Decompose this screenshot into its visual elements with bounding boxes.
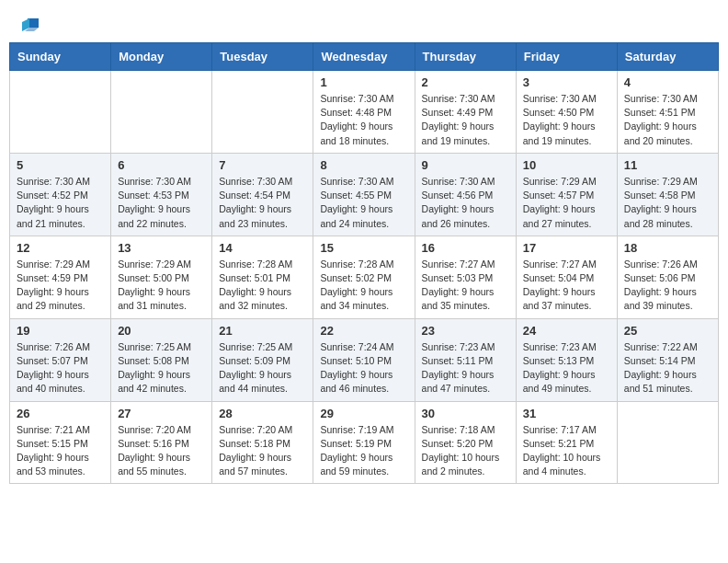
day-cell: [10, 71, 111, 154]
day-cell: 23Sunrise: 7:23 AM Sunset: 5:11 PM Dayli…: [415, 318, 516, 401]
day-info: Sunrise: 7:30 AM Sunset: 4:56 PM Dayligh…: [422, 175, 509, 231]
day-info: Sunrise: 7:25 AM Sunset: 5:09 PM Dayligh…: [219, 340, 306, 396]
day-info: Sunrise: 7:22 AM Sunset: 5:14 PM Dayligh…: [624, 340, 711, 396]
day-number: 20: [118, 324, 205, 338]
day-info: Sunrise: 7:30 AM Sunset: 4:55 PM Dayligh…: [320, 175, 407, 231]
day-number: 11: [624, 158, 711, 172]
day-info: Sunrise: 7:21 AM Sunset: 5:15 PM Dayligh…: [17, 423, 104, 479]
day-cell: 31Sunrise: 7:17 AM Sunset: 5:21 PM Dayli…: [516, 401, 617, 484]
page: SundayMondayTuesdayWednesdayThursdayFrid…: [0, 0, 728, 493]
day-cell: 2Sunrise: 7:30 AM Sunset: 4:49 PM Daylig…: [415, 71, 516, 154]
calendar-wrap: SundayMondayTuesdayWednesdayThursdayFrid…: [0, 42, 728, 493]
day-number: 27: [118, 407, 205, 420]
day-info: Sunrise: 7:30 AM Sunset: 4:48 PM Dayligh…: [320, 92, 407, 148]
day-cell: 30Sunrise: 7:18 AM Sunset: 5:20 PM Dayli…: [415, 401, 516, 484]
day-number: 7: [219, 158, 306, 172]
day-cell: 29Sunrise: 7:19 AM Sunset: 5:19 PM Dayli…: [313, 401, 415, 484]
day-number: 6: [118, 158, 205, 172]
day-cell: 7Sunrise: 7:30 AM Sunset: 4:54 PM Daylig…: [212, 153, 313, 236]
day-header-saturday: Saturday: [617, 43, 718, 71]
day-info: Sunrise: 7:30 AM Sunset: 4:52 PM Dayligh…: [17, 175, 104, 231]
day-header-tuesday: Tuesday: [212, 43, 313, 71]
day-info: Sunrise: 7:20 AM Sunset: 5:18 PM Dayligh…: [219, 423, 306, 479]
day-info: Sunrise: 7:26 AM Sunset: 5:07 PM Dayligh…: [17, 340, 104, 396]
day-cell: 24Sunrise: 7:23 AM Sunset: 5:13 PM Dayli…: [516, 318, 617, 401]
day-info: Sunrise: 7:29 AM Sunset: 4:59 PM Dayligh…: [17, 258, 104, 314]
day-number: 31: [523, 407, 610, 420]
day-cell: 11Sunrise: 7:29 AM Sunset: 4:58 PM Dayli…: [617, 153, 718, 236]
day-info: Sunrise: 7:30 AM Sunset: 4:54 PM Dayligh…: [219, 175, 306, 231]
day-info: Sunrise: 7:20 AM Sunset: 5:16 PM Dayligh…: [118, 423, 205, 479]
day-cell: [617, 401, 718, 484]
day-cell: 28Sunrise: 7:20 AM Sunset: 5:18 PM Dayli…: [212, 401, 313, 484]
day-number: 22: [320, 324, 407, 338]
day-info: Sunrise: 7:30 AM Sunset: 4:53 PM Dayligh…: [118, 175, 205, 231]
week-row-3: 12Sunrise: 7:29 AM Sunset: 4:59 PM Dayli…: [10, 236, 719, 318]
day-number: 16: [422, 241, 509, 255]
day-cell: 20Sunrise: 7:25 AM Sunset: 5:08 PM Dayli…: [111, 318, 212, 401]
calendar-table: SundayMondayTuesdayWednesdayThursdayFrid…: [9, 42, 719, 484]
day-info: Sunrise: 7:28 AM Sunset: 5:01 PM Dayligh…: [219, 258, 306, 314]
day-number: 28: [219, 407, 306, 420]
day-cell: 12Sunrise: 7:29 AM Sunset: 4:59 PM Dayli…: [10, 236, 111, 318]
day-number: 13: [118, 241, 205, 255]
day-cell: 5Sunrise: 7:30 AM Sunset: 4:52 PM Daylig…: [10, 153, 111, 236]
day-cell: 3Sunrise: 7:30 AM Sunset: 4:50 PM Daylig…: [516, 71, 617, 154]
day-info: Sunrise: 7:30 AM Sunset: 4:50 PM Dayligh…: [523, 92, 610, 148]
day-cell: 26Sunrise: 7:21 AM Sunset: 5:15 PM Dayli…: [10, 401, 111, 484]
day-number: 2: [422, 75, 509, 89]
day-info: Sunrise: 7:30 AM Sunset: 4:49 PM Dayligh…: [422, 92, 509, 148]
day-number: 24: [523, 324, 610, 338]
day-number: 12: [17, 241, 104, 255]
day-cell: 4Sunrise: 7:30 AM Sunset: 4:51 PM Daylig…: [617, 71, 718, 154]
day-cell: 10Sunrise: 7:29 AM Sunset: 4:57 PM Dayli…: [516, 153, 617, 236]
day-number: 9: [422, 158, 509, 172]
day-number: 26: [17, 407, 104, 420]
day-info: Sunrise: 7:28 AM Sunset: 5:02 PM Dayligh…: [320, 258, 407, 314]
day-info: Sunrise: 7:19 AM Sunset: 5:19 PM Dayligh…: [320, 423, 407, 479]
day-info: Sunrise: 7:26 AM Sunset: 5:06 PM Dayligh…: [624, 258, 711, 314]
day-number: 18: [624, 241, 711, 255]
day-number: 21: [219, 324, 306, 338]
day-cell: 6Sunrise: 7:30 AM Sunset: 4:53 PM Daylig…: [111, 153, 212, 236]
logo: [18, 15, 40, 35]
day-number: 30: [422, 407, 509, 420]
day-header-monday: Monday: [111, 43, 212, 71]
day-number: 29: [320, 407, 407, 420]
week-row-5: 26Sunrise: 7:21 AM Sunset: 5:15 PM Dayli…: [10, 401, 719, 484]
header-row: SundayMondayTuesdayWednesdayThursdayFrid…: [10, 43, 719, 71]
day-number: 4: [624, 75, 711, 89]
day-info: Sunrise: 7:24 AM Sunset: 5:10 PM Dayligh…: [320, 340, 407, 396]
day-cell: 21Sunrise: 7:25 AM Sunset: 5:09 PM Dayli…: [212, 318, 313, 401]
day-info: Sunrise: 7:29 AM Sunset: 4:58 PM Dayligh…: [624, 175, 711, 231]
day-number: 17: [523, 241, 610, 255]
day-info: Sunrise: 7:30 AM Sunset: 4:51 PM Dayligh…: [624, 92, 711, 148]
week-row-1: 1Sunrise: 7:30 AM Sunset: 4:48 PM Daylig…: [10, 71, 719, 154]
day-header-friday: Friday: [516, 43, 617, 71]
day-cell: 25Sunrise: 7:22 AM Sunset: 5:14 PM Dayli…: [617, 318, 718, 401]
day-info: Sunrise: 7:27 AM Sunset: 5:04 PM Dayligh…: [523, 258, 610, 314]
day-cell: 15Sunrise: 7:28 AM Sunset: 5:02 PM Dayli…: [313, 236, 415, 318]
day-info: Sunrise: 7:29 AM Sunset: 4:57 PM Dayligh…: [523, 175, 610, 231]
day-info: Sunrise: 7:25 AM Sunset: 5:08 PM Dayligh…: [118, 340, 205, 396]
day-info: Sunrise: 7:18 AM Sunset: 5:20 PM Dayligh…: [422, 423, 509, 479]
day-number: 8: [320, 158, 407, 172]
day-cell: 16Sunrise: 7:27 AM Sunset: 5:03 PM Dayli…: [415, 236, 516, 318]
day-cell: [212, 71, 313, 154]
week-row-2: 5Sunrise: 7:30 AM Sunset: 4:52 PM Daylig…: [10, 153, 719, 236]
day-cell: 27Sunrise: 7:20 AM Sunset: 5:16 PM Dayli…: [111, 401, 212, 484]
day-cell: 1Sunrise: 7:30 AM Sunset: 4:48 PM Daylig…: [313, 71, 415, 154]
day-number: 1: [320, 75, 407, 89]
day-cell: [111, 71, 212, 154]
day-info: Sunrise: 7:29 AM Sunset: 5:00 PM Dayligh…: [118, 258, 205, 314]
day-cell: 18Sunrise: 7:26 AM Sunset: 5:06 PM Dayli…: [617, 236, 718, 318]
day-number: 19: [17, 324, 104, 338]
day-cell: 13Sunrise: 7:29 AM Sunset: 5:00 PM Dayli…: [111, 236, 212, 318]
day-info: Sunrise: 7:23 AM Sunset: 5:11 PM Dayligh…: [422, 340, 509, 396]
day-cell: 19Sunrise: 7:26 AM Sunset: 5:07 PM Dayli…: [10, 318, 111, 401]
day-header-wednesday: Wednesday: [313, 43, 415, 71]
day-number: 10: [523, 158, 610, 172]
day-cell: 22Sunrise: 7:24 AM Sunset: 5:10 PM Dayli…: [313, 318, 415, 401]
day-info: Sunrise: 7:23 AM Sunset: 5:13 PM Dayligh…: [523, 340, 610, 396]
day-number: 14: [219, 241, 306, 255]
